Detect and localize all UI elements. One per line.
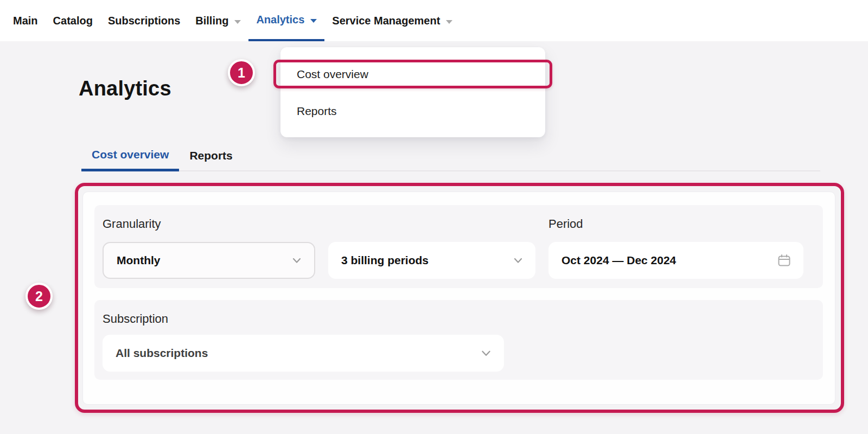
chevron-down-icon bbox=[513, 255, 524, 266]
tab-label: Cost overview bbox=[92, 148, 169, 161]
badge-number: 2 bbox=[35, 289, 43, 304]
granularity-value: Monthly bbox=[117, 254, 160, 267]
page-title: Analytics bbox=[79, 77, 171, 100]
billing-periods-select[interactable]: 3 billing periods bbox=[328, 242, 535, 279]
chevron-down-icon bbox=[291, 255, 302, 266]
tabs: Cost overview Reports bbox=[81, 140, 243, 171]
tab-label: Reports bbox=[189, 149, 232, 162]
nav-label: Billing bbox=[195, 15, 228, 27]
menu-item-cost-overview[interactable]: Cost overview bbox=[297, 63, 534, 86]
nav-label: Main bbox=[13, 15, 38, 27]
annotation-badge-2: 2 bbox=[25, 283, 53, 310]
nav-label: Subscriptions bbox=[108, 15, 180, 27]
calendar-icon bbox=[777, 253, 792, 268]
annotation-badge-1: 1 bbox=[228, 59, 255, 86]
app-window: Main Catalog Subscriptions Billing Analy… bbox=[0, 0, 868, 434]
tab-reports[interactable]: Reports bbox=[179, 140, 242, 171]
period-range-field[interactable]: Oct 2024 — Dec 2024 bbox=[548, 242, 803, 279]
analytics-dropdown-menu: Cost overview Reports bbox=[280, 47, 545, 137]
billing-periods-value: 3 billing periods bbox=[341, 254, 429, 267]
granularity-select[interactable]: Monthly bbox=[103, 242, 315, 279]
tab-cost-overview[interactable]: Cost overview bbox=[81, 140, 179, 171]
period-label: Period bbox=[548, 217, 583, 231]
nav-item-main[interactable]: Main bbox=[5, 0, 46, 41]
nav-item-service-management[interactable]: Service Management bbox=[324, 0, 460, 41]
nav-item-catalog[interactable]: Catalog bbox=[46, 0, 100, 41]
nav-label: Service Management bbox=[332, 15, 440, 27]
chevron-down-icon bbox=[480, 347, 492, 359]
subscription-label: Subscription bbox=[103, 312, 168, 326]
top-nav: Main Catalog Subscriptions Billing Analy… bbox=[0, 0, 868, 41]
badge-number: 1 bbox=[238, 65, 245, 81]
nav-item-billing[interactable]: Billing bbox=[188, 0, 248, 41]
nav-label: Catalog bbox=[53, 15, 93, 27]
nav-label: Analytics bbox=[256, 14, 304, 26]
caret-down-icon bbox=[310, 19, 317, 23]
menu-item-reports[interactable]: Reports bbox=[297, 100, 534, 123]
subscription-value: All subscriptions bbox=[116, 347, 208, 360]
nav-item-subscriptions[interactable]: Subscriptions bbox=[100, 0, 188, 41]
filters-card: Granularity Period Monthly 3 billing per… bbox=[82, 192, 835, 405]
subscription-group: Subscription All subscriptions bbox=[94, 300, 823, 380]
granularity-period-group: Granularity Period Monthly 3 billing per… bbox=[94, 205, 823, 288]
nav-item-analytics[interactable]: Analytics bbox=[248, 0, 324, 41]
caret-down-icon bbox=[446, 20, 452, 24]
subscription-select[interactable]: All subscriptions bbox=[103, 335, 504, 372]
caret-down-icon bbox=[234, 20, 241, 24]
granularity-label: Granularity bbox=[103, 217, 161, 231]
period-value: Oct 2024 — Dec 2024 bbox=[561, 254, 676, 267]
